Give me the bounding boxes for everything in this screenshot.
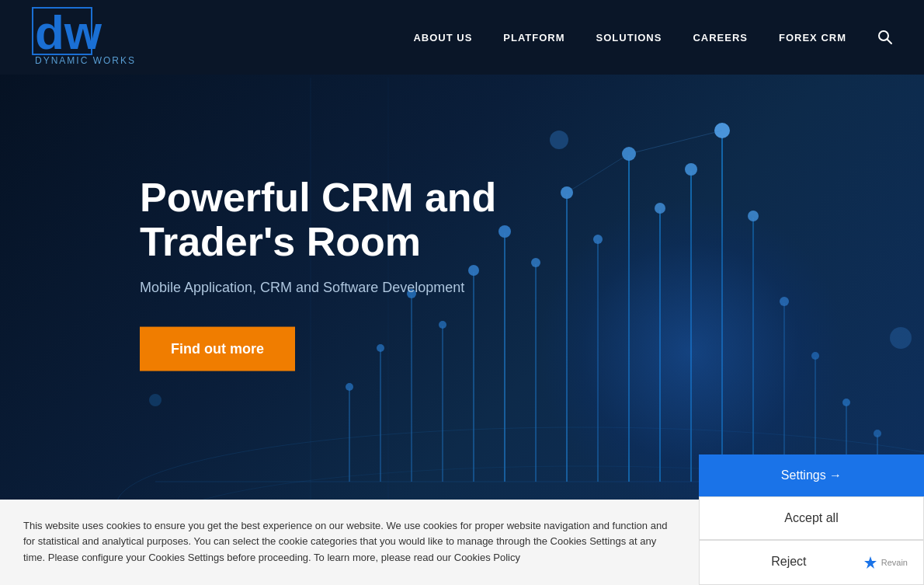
svg-point-25 — [685, 163, 697, 176]
logo[interactable]: dw DYNAMIC WORKS — [31, 6, 186, 68]
svg-point-31 — [780, 297, 789, 306]
svg-point-40 — [874, 430, 881, 437]
svg-point-35 — [842, 399, 850, 406]
cookie-actions: Settings → Accept all Reject Revain — [699, 454, 924, 585]
revain-icon — [863, 555, 878, 570]
nav-careers[interactable]: CAREERS — [693, 32, 748, 44]
revain-logo: Revain — [863, 555, 908, 570]
cookie-settings-button[interactable]: Settings → — [699, 454, 924, 496]
cookie-text-content: This website uses cookies to ensure you … — [23, 520, 667, 564]
svg-point-38 — [149, 394, 162, 406]
svg-marker-51 — [864, 556, 877, 569]
svg-point-23 — [655, 203, 665, 214]
nav-platform[interactable]: PLATFORM — [503, 32, 564, 44]
svg-point-33 — [811, 352, 819, 360]
cookie-accept-button[interactable]: Accept all — [699, 496, 924, 540]
svg-point-3 — [346, 383, 353, 391]
cookie-reject-button[interactable]: Reject Revain — [699, 540, 924, 585]
svg-point-36 — [550, 131, 568, 149]
svg-line-44 — [629, 131, 722, 154]
svg-line-50 — [888, 40, 892, 44]
nav-solutions[interactable]: SOLUTIONS — [596, 32, 662, 44]
svg-point-37 — [890, 327, 912, 349]
svg-point-29 — [748, 211, 759, 221]
main-nav: ABOUT US PLATFORM SOLUTIONS CAREERS FORE… — [413, 30, 893, 45]
hero-title: Powerful CRM and Trader's Room — [140, 175, 644, 263]
cookie-banner: This website uses cookies to ensure you … — [0, 500, 699, 585]
nav-about-us[interactable]: ABOUT US — [413, 32, 472, 44]
find-out-more-button[interactable]: Find out more — [140, 326, 295, 371]
cookie-text: This website uses cookies to ensure you … — [23, 518, 676, 566]
logo-svg: dw DYNAMIC WORKS — [31, 6, 186, 68]
svg-text:DYNAMIC WORKS: DYNAMIC WORKS — [35, 55, 136, 66]
cookie-reject-label: Reject — [771, 555, 806, 568]
hero-content: Powerful CRM and Trader's Room Mobile Ap… — [140, 175, 644, 371]
hero-subtitle: Mobile Application, CRM and Software Dev… — [140, 279, 644, 295]
search-button[interactable] — [877, 30, 893, 45]
nav-forex-crm[interactable]: FOREX CRM — [779, 32, 846, 44]
search-icon — [877, 30, 893, 45]
header: dw DYNAMIC WORKS ABOUT US PLATFORM SOLUT… — [0, 0, 924, 75]
